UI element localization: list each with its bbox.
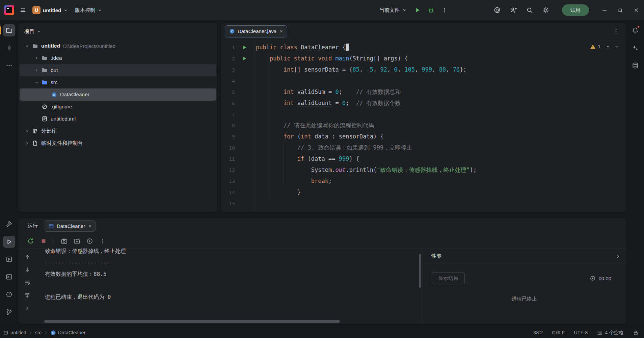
warning-icon[interactable]	[590, 44, 596, 50]
trial-button[interactable]: 试用	[562, 4, 589, 16]
editor-options-button[interactable]	[610, 25, 622, 37]
run-line-icon[interactable]	[235, 56, 254, 61]
ai-assistant-button[interactable]	[629, 42, 641, 54]
expand-console-button[interactable]	[22, 303, 32, 313]
tree-item-.gitignore[interactable]: .gitignore	[20, 101, 216, 113]
code-line-10[interactable]: 10 // 3. 致命错误：如果遇到 999，立即停止	[221, 142, 626, 153]
terminal-tool-window-button[interactable]	[3, 271, 15, 283]
code-line-11[interactable]: 11 if (data == 999) {	[221, 153, 626, 164]
tree-item-src[interactable]: src	[20, 76, 216, 88]
tree-item-node[interactable]: 外部库	[20, 125, 216, 137]
tab-close-icon[interactable]	[88, 224, 92, 228]
chevron-right-icon[interactable]	[32, 68, 41, 73]
console-vertical-scrollbar[interactable]	[419, 254, 421, 288]
vcs-label: 版本控制	[75, 7, 95, 14]
rerun-button[interactable]	[25, 236, 36, 246]
console[interactable]: 致命错误：传感器掉线，终止处理--------------------有效数据的…	[36, 249, 422, 324]
minimize-button[interactable]	[596, 0, 612, 20]
scroll-to-bottom-button[interactable]	[22, 265, 32, 275]
code-line-7[interactable]: 7	[221, 109, 626, 120]
code-line-4[interactable]: 4	[221, 75, 626, 86]
breadcrumb-item[interactable]: src	[35, 330, 42, 335]
version-control-tool-window-button[interactable]	[3, 306, 15, 318]
svg-text:C: C	[52, 331, 54, 334]
search-everywhere-button[interactable]	[524, 4, 536, 16]
problems-tool-window-button[interactable]	[3, 288, 15, 301]
code-line-14[interactable]: 14 }	[221, 187, 626, 198]
run-tool-window-button[interactable]	[3, 236, 15, 248]
thread-dump-button[interactable]	[59, 236, 70, 246]
tree-item-node[interactable]: 临时文件和控制台	[20, 137, 216, 149]
database-tool-window-button[interactable]	[629, 59, 641, 72]
expand-performance-button[interactable]	[614, 252, 622, 260]
indent-icon	[597, 330, 602, 336]
maximize-button[interactable]	[612, 0, 628, 20]
breadcrumb-item[interactable]: CDataCleaner	[50, 330, 85, 336]
main-menu-button[interactable]	[17, 4, 29, 16]
code-text: for (int data : sensorData) {	[256, 131, 384, 142]
line-ending-widget[interactable]: CRLF	[552, 330, 565, 335]
project-panel-header[interactable]: 项目	[19, 23, 217, 40]
chevron-right-icon[interactable]	[32, 56, 41, 60]
previous-problem-button[interactable]	[604, 43, 612, 51]
more-run-actions-button[interactable]	[438, 4, 451, 16]
readonly-toggle[interactable]	[633, 330, 639, 336]
code-line-5[interactable]: 5 int validSum = 0; // 有效数据总和	[221, 86, 626, 98]
settings-button[interactable]	[540, 4, 552, 16]
notifications-button[interactable]	[629, 24, 641, 36]
tree-item-untitled.iml[interactable]: untitled.iml	[20, 113, 216, 125]
code-line-12[interactable]: 12 System.out.println("致命错误：传感器掉线，终止处理")…	[221, 164, 626, 176]
next-problem-button[interactable]	[613, 43, 621, 51]
project-tool-window-button[interactable]	[3, 24, 15, 36]
code-line-2[interactable]: 2 public static void main(String[] args)…	[221, 53, 626, 64]
stop-button[interactable]	[38, 236, 49, 246]
scroll-to-end-button[interactable]	[22, 290, 32, 301]
code-line-9[interactable]: 9 for (int data : sensorData) {	[221, 131, 626, 142]
code-line-13[interactable]: 13 break;	[221, 176, 626, 187]
debug-button[interactable]	[425, 4, 437, 16]
code-line-8[interactable]: 8 // 请在此处编写你的流程控制代码	[221, 120, 626, 131]
coverage-button[interactable]	[84, 236, 95, 246]
run-options-button[interactable]	[97, 236, 108, 246]
encoding-widget[interactable]: UTF-8	[574, 330, 588, 335]
import-dump-button[interactable]	[72, 236, 82, 246]
chevron-down-icon[interactable]	[32, 80, 41, 85]
show-results-button[interactable]: 显示结果	[432, 272, 465, 284]
tree-item-DataCleaner[interactable]: CDataCleaner	[20, 88, 216, 101]
commit-tool-window-button[interactable]	[3, 42, 15, 54]
close-button[interactable]	[628, 0, 644, 20]
code-line-1[interactable]: 1public class DataCleaner {	[221, 42, 626, 53]
chevron-right-icon[interactable]	[23, 141, 31, 146]
console-horizontal-scrollbar[interactable]	[44, 320, 340, 323]
build-tool-window-button[interactable]	[3, 218, 15, 230]
project-selector[interactable]: U untitled	[29, 4, 72, 16]
tree-item-out[interactable]: out	[20, 64, 216, 76]
ai-chat-button[interactable]	[491, 4, 503, 16]
editor-tab-datacleaner[interactable]: C DataCleaner.java	[225, 25, 287, 37]
run-button[interactable]	[411, 4, 424, 16]
breadcrumb-item[interactable]: untitled	[3, 330, 26, 335]
line-number: 12	[221, 167, 235, 173]
scroll-to-top-button[interactable]	[22, 252, 32, 262]
code-token: ;	[346, 100, 356, 106]
services-tool-window-button[interactable]	[3, 253, 15, 265]
chevron-down-icon[interactable]	[23, 44, 31, 48]
code-line-3[interactable]: 3 int[] sensorData = {85, -5, 92, 0, 105…	[221, 64, 626, 75]
code-line-6[interactable]: 6 int validCount = 0; // 有效数据个数	[221, 98, 626, 109]
run-line-icon[interactable]	[235, 45, 254, 50]
editor-body[interactable]: 1public class DataCleaner {2 public stat…	[221, 40, 626, 212]
soft-wrap-button[interactable]	[22, 278, 32, 288]
vcs-selector[interactable]: 版本控制	[72, 4, 106, 16]
code-line-15[interactable]: 15	[221, 198, 626, 209]
caret-position-widget[interactable]: 38:2	[533, 330, 543, 335]
code-with-me-button[interactable]	[507, 4, 519, 16]
tree-item-.idea[interactable]: .idea	[20, 52, 216, 64]
tab-close-icon[interactable]	[279, 29, 284, 33]
project-panel: 项目 untitledD:\IdeaProjects\untitled.idea…	[18, 23, 218, 212]
tree-item-untitled[interactable]: untitledD:\IdeaProjects\untitled	[20, 40, 216, 52]
more-tool-windows-button[interactable]	[3, 59, 15, 72]
chevron-right-icon[interactable]	[23, 129, 31, 133]
run-configuration-selector[interactable]: 当前文件	[376, 4, 410, 16]
indent-widget[interactable]: 4 个空格	[597, 330, 624, 336]
run-tab-datacleaner[interactable]: DataCleaner	[44, 220, 96, 232]
